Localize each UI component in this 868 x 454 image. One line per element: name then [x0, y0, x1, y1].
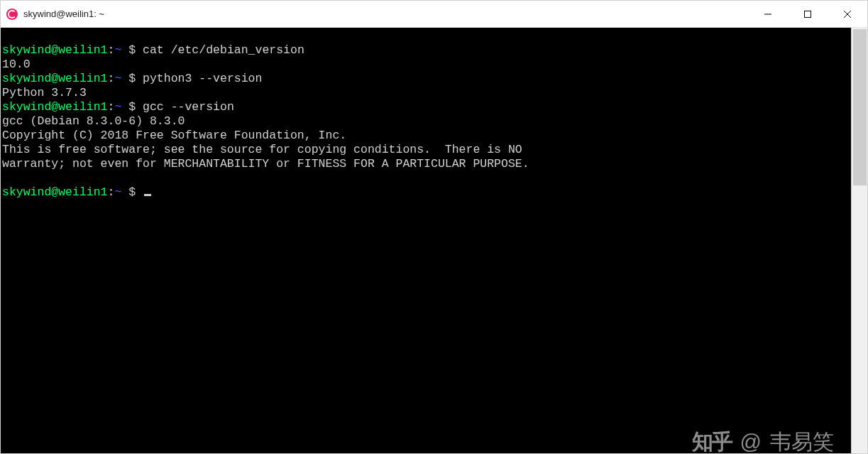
maximize-icon	[804, 11, 811, 18]
scrollbar[interactable]	[851, 28, 867, 453]
zhihu-logo: 知乎	[692, 435, 732, 449]
prompt-symbol: $	[121, 185, 143, 199]
window-controls	[748, 1, 867, 27]
minimize-button[interactable]	[748, 1, 788, 27]
prompt-user: skywind@weilin1	[2, 72, 108, 85]
output-line: 10.0	[2, 58, 31, 71]
window-title: skywind@weilin1: ~	[23, 9, 748, 19]
prompt-path: ~	[114, 185, 121, 199]
command-text: gcc --version	[143, 100, 234, 114]
prompt-path: ~	[114, 43, 121, 57]
cursor	[144, 194, 151, 196]
close-button[interactable]	[828, 1, 867, 27]
prompt-user: skywind@weilin1	[2, 185, 108, 199]
prompt-user: skywind@weilin1	[2, 43, 108, 57]
output-line: warranty; not even for MERCHANTABILITY o…	[2, 157, 529, 171]
prompt-symbol: $	[121, 72, 143, 85]
prompt-symbol: $	[121, 100, 143, 114]
output-line: Python 3.7.3	[2, 86, 87, 99]
prompt-sep: :	[108, 43, 115, 57]
prompt-sep: :	[108, 100, 115, 114]
command-text: python3 --version	[143, 72, 262, 85]
debian-icon	[6, 9, 18, 20]
prompt-symbol: $	[121, 43, 143, 57]
terminal-container: skywind@weilin1:~ $ cat /etc/debian_vers…	[1, 28, 867, 453]
close-icon	[844, 11, 851, 18]
command-text: cat /etc/debian_version	[143, 43, 304, 57]
output-line: Copyright (C) 2018 Free Software Foundat…	[2, 129, 346, 142]
output-line: This is free software; see the source fo…	[2, 143, 522, 156]
minimize-icon	[764, 11, 771, 18]
svg-rect-0	[805, 11, 811, 17]
output-line: gcc (Debian 8.3.0-6) 8.3.0	[2, 114, 185, 128]
app-window: skywind@weilin1: ~ skywind@weilin1:~ $ c…	[0, 0, 868, 454]
prompt-sep: :	[108, 185, 115, 199]
prompt-user: skywind@weilin1	[2, 100, 108, 114]
scrollbar-thumb[interactable]	[853, 29, 867, 185]
maximize-button[interactable]	[788, 1, 828, 27]
prompt-sep: :	[108, 72, 115, 85]
prompt-path: ~	[114, 72, 121, 85]
prompt-path: ~	[114, 100, 121, 114]
titlebar: skywind@weilin1: ~	[1, 1, 867, 28]
watermark: 知乎 @ 韦易笑	[692, 435, 834, 449]
watermark-at: @	[740, 435, 762, 449]
watermark-author: 韦易笑	[770, 435, 834, 449]
terminal[interactable]: skywind@weilin1:~ $ cat /etc/debian_vers…	[1, 28, 851, 453]
